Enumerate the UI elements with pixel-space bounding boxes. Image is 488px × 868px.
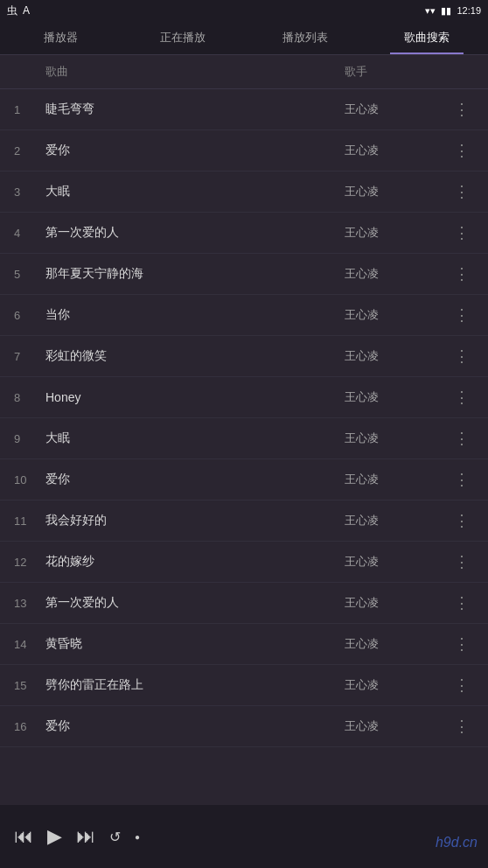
more-options-button[interactable]: ⋮: [450, 223, 474, 242]
song-artist: 王心凌: [345, 554, 450, 570]
song-title: 当你: [45, 307, 345, 323]
prev-button[interactable]: ⏮: [14, 825, 33, 848]
table-row[interactable]: 9 大眠 王心凌 ⋮: [0, 418, 488, 459]
status-right: ▾▾ ▮▮ 12:19: [425, 5, 481, 17]
more-options-button[interactable]: ⋮: [450, 100, 474, 119]
more-options-button[interactable]: ⋮: [450, 305, 474, 325]
song-title: 大眠: [45, 430, 345, 446]
song-number: 3: [14, 186, 45, 199]
play-button[interactable]: ▶: [47, 825, 62, 848]
tab-nowplaying[interactable]: 正在播放: [122, 21, 245, 54]
song-number: 6: [14, 309, 45, 322]
song-number: 4: [14, 227, 45, 240]
song-title: 劈你的雷正在路上: [45, 677, 345, 693]
song-number: 13: [14, 597, 45, 610]
more-options-button[interactable]: ⋮: [450, 552, 474, 571]
song-artist: 王心凌: [345, 513, 450, 528]
song-artist: 王心凌: [345, 307, 450, 323]
more-options-button[interactable]: ⋮: [450, 346, 474, 366]
more-options-button[interactable]: ⋮: [450, 676, 474, 695]
song-title: 爱你: [45, 472, 345, 487]
more-options-button[interactable]: ⋮: [450, 182, 474, 201]
song-number: 8: [14, 391, 45, 404]
song-artist: 王心凌: [345, 677, 450, 693]
table-row[interactable]: 5 那年夏天宁静的海 王心凌 ⋮: [0, 254, 488, 295]
more-options-button[interactable]: ⋮: [450, 388, 474, 407]
song-title: 彩虹的微笑: [45, 348, 345, 364]
song-artist: 王心凌: [345, 102, 450, 117]
song-title: 黄昏晓: [45, 636, 345, 652]
status-bar: 虫 A ▾▾ ▮▮ 12:19: [0, 0, 488, 21]
status-icon-bug: 虫: [7, 4, 17, 18]
song-artist: 王心凌: [345, 718, 450, 734]
player-bar: ⏮ ▶ ⏭ ↺ ● h9d.cn: [0, 805, 488, 868]
more-options-button[interactable]: ⋮: [450, 470, 474, 489]
table-row[interactable]: 3 大眠 王心凌 ⋮: [0, 172, 488, 213]
col-more-spacer: [450, 64, 474, 80]
tab-bar: 播放器 正在播放 播放列表 歌曲搜索: [0, 21, 488, 55]
song-artist: 王心凌: [345, 348, 450, 364]
song-artist: 王心凌: [345, 143, 450, 158]
song-artist: 王心凌: [345, 225, 450, 241]
song-number: 5: [14, 268, 45, 281]
song-number: 16: [14, 720, 45, 733]
song-number: 9: [14, 432, 45, 445]
song-title: 第一次爱的人: [45, 225, 345, 241]
table-row[interactable]: 15 劈你的雷正在路上 王心凌 ⋮: [0, 665, 488, 706]
song-title: 大眠: [45, 184, 345, 200]
status-time: 12:19: [457, 5, 481, 16]
song-list: 1 睫毛弯弯 王心凌 ⋮ 2 爱你 王心凌 ⋮ 3 大眠 王心凌 ⋮ 4 第一次…: [0, 89, 488, 800]
player-controls: ⏮ ▶ ⏭ ↺ ●: [14, 825, 140, 848]
status-icon-a: A: [23, 4, 30, 17]
more-options-button[interactable]: ⋮: [450, 264, 474, 284]
more-options-button[interactable]: ⋮: [450, 634, 474, 654]
table-row[interactable]: 16 爱你 王心凌 ⋮: [0, 706, 488, 747]
song-title: 爱你: [45, 143, 345, 158]
watermark: h9d.cn: [436, 835, 478, 850]
table-row[interactable]: 1 睫毛弯弯 王心凌 ⋮: [0, 89, 488, 130]
song-artist: 王心凌: [345, 636, 450, 652]
song-title: 睫毛弯弯: [45, 102, 345, 117]
table-row[interactable]: 11 我会好好的 王心凌 ⋮: [0, 500, 488, 542]
song-title: 花的嫁纱: [45, 554, 345, 570]
table-row[interactable]: 2 爱你 王心凌 ⋮: [0, 130, 488, 172]
song-number: 7: [14, 350, 45, 363]
song-number: 12: [14, 556, 45, 569]
next-button[interactable]: ⏭: [76, 825, 95, 848]
song-number: 2: [14, 144, 45, 158]
song-artist: 王心凌: [345, 472, 450, 487]
progress-dot: ●: [135, 832, 140, 842]
table-row[interactable]: 8 Honey 王心凌 ⋮: [0, 377, 488, 418]
tab-search[interactable]: 歌曲搜索: [366, 21, 489, 54]
song-number: 15: [14, 679, 45, 692]
song-number: 14: [14, 638, 45, 651]
song-title: 第一次爱的人: [45, 595, 345, 611]
song-artist: 王心凌: [345, 184, 450, 200]
song-number: 1: [14, 103, 45, 116]
table-row[interactable]: 7 彩虹的微笑 王心凌 ⋮: [0, 336, 488, 377]
table-row[interactable]: 4 第一次爱的人 王心凌 ⋮: [0, 213, 488, 254]
song-artist: 王心凌: [345, 389, 450, 405]
song-artist: 王心凌: [345, 430, 450, 446]
song-title: 那年夏天宁静的海: [45, 266, 345, 282]
more-options-button[interactable]: ⋮: [450, 141, 474, 160]
song-number: 11: [14, 514, 45, 528]
song-title: 爱你: [45, 718, 345, 734]
tab-player[interactable]: 播放器: [0, 21, 122, 54]
table-row[interactable]: 14 黄昏晓 王心凌 ⋮: [0, 624, 488, 665]
col-artist-header: 歌手: [345, 64, 450, 80]
table-row[interactable]: 6 当你 王心凌 ⋮: [0, 295, 488, 336]
more-options-button[interactable]: ⋮: [450, 429, 474, 448]
tab-playlist[interactable]: 播放列表: [244, 21, 366, 54]
table-row[interactable]: 12 花的嫁纱 王心凌 ⋮: [0, 542, 488, 583]
table-row[interactable]: 10 爱你 王心凌 ⋮: [0, 459, 488, 500]
more-options-button[interactable]: ⋮: [450, 717, 474, 736]
repeat-button[interactable]: ↺: [109, 829, 121, 845]
song-title: 我会好好的: [45, 513, 345, 528]
table-row[interactable]: 13 第一次爱的人 王心凌 ⋮: [0, 583, 488, 624]
song-number: 10: [14, 473, 45, 486]
status-left: 虫 A: [7, 4, 30, 18]
more-options-button[interactable]: ⋮: [450, 593, 474, 612]
more-options-button[interactable]: ⋮: [450, 511, 474, 530]
song-title: Honey: [45, 390, 345, 404]
